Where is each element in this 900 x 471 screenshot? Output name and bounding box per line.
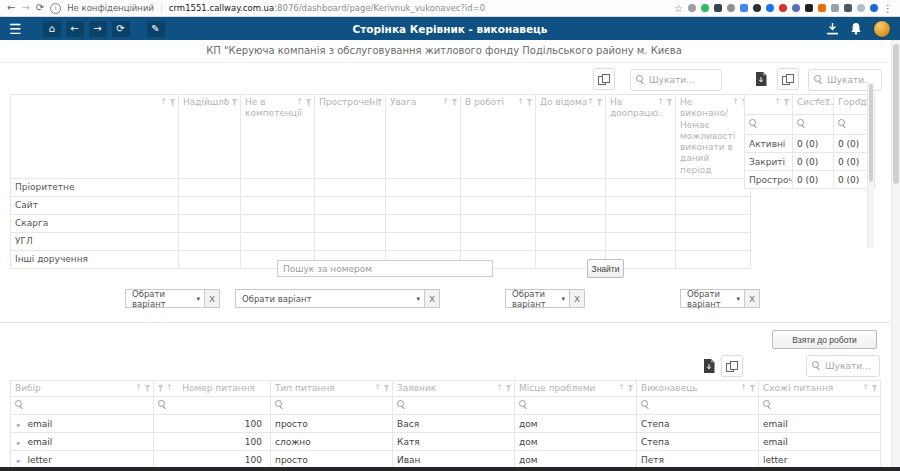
sort-icon[interactable]: ↑ <box>367 98 374 106</box>
edit-pencil-button[interactable]: ✎ <box>147 21 165 37</box>
column-header[interactable]: Увага↑ <box>386 95 461 179</box>
select-variant-dropdown[interactable]: Обрати варіант▾ <box>505 289 570 308</box>
browser-back-icon[interactable]: ← <box>7 3 15 13</box>
app-refresh-button[interactable]: ⟳ <box>112 21 130 37</box>
sort-icon[interactable]: ↑ <box>135 384 142 392</box>
sort-icon[interactable]: ↑ <box>442 98 449 106</box>
select-variant-dropdown[interactable]: Обрати варіант▾ <box>125 289 205 308</box>
browser-forward-icon[interactable]: → <box>21 3 29 13</box>
filter-cell[interactable] <box>637 397 759 415</box>
sort-icon[interactable]: ↑ <box>496 384 503 392</box>
page-scrollbar[interactable] <box>891 40 900 471</box>
expand-row-icon[interactable]: ▸ <box>17 457 21 465</box>
filter-icon[interactable] <box>627 385 634 392</box>
sort-icon[interactable]: ↑ <box>815 98 822 106</box>
sort-icon[interactable]: ↑ <box>160 98 167 106</box>
table-row[interactable]: ▸email 100 просто Вася дом Степа email <box>11 415 881 433</box>
expand-row-icon[interactable]: ▸ <box>17 421 21 429</box>
filter-icon[interactable] <box>305 99 312 106</box>
filter-cell[interactable] <box>759 397 881 415</box>
filter-cell[interactable] <box>154 397 271 415</box>
browser-extension-icon[interactable] <box>779 4 787 12</box>
export-button[interactable] <box>751 69 771 89</box>
clear-selection-button[interactable]: X <box>744 289 760 308</box>
filter-icon[interactable] <box>783 99 790 106</box>
browser-extension-icon[interactable] <box>740 4 748 12</box>
column-header[interactable]: На доопрацю..↑ <box>606 95 676 179</box>
column-header[interactable]: Заявник↑ <box>393 381 515 397</box>
browser-refresh-icon[interactable]: ⟳ <box>36 3 44 13</box>
filter-icon[interactable] <box>749 385 756 392</box>
url-text[interactable]: crm1551.callway.com.ua:8076/dashboard/pa… <box>169 3 485 13</box>
browser-extension-icon[interactable] <box>766 4 774 12</box>
app-back-button[interactable]: ← <box>66 21 84 37</box>
filter-icon[interactable] <box>376 99 383 106</box>
sort-icon[interactable]: ↑ <box>166 384 173 392</box>
column-chooser-button[interactable] <box>777 68 799 90</box>
table-row[interactable]: Сайт <box>11 196 751 214</box>
filter-cell[interactable] <box>393 397 515 415</box>
browser-extension-icon[interactable] <box>727 4 735 12</box>
sort-icon[interactable]: ↑ <box>296 98 303 106</box>
column-header[interactable]: Прострочені↑ <box>315 95 386 179</box>
take-to-work-button[interactable]: Взяти до роботи <box>772 330 877 349</box>
table-row[interactable]: Прострочені 0 (0) 0 (0) <box>745 171 875 189</box>
column-header[interactable]: Схожі питання↑ <box>759 381 881 397</box>
sort-icon[interactable]: ↑ <box>374 384 381 392</box>
column-header[interactable]: Не в компетенції↑ <box>241 95 315 179</box>
browser-extension-icon[interactable] <box>870 4 878 12</box>
column-header[interactable]: ↑Номер питання <box>154 381 271 397</box>
filter-cell[interactable] <box>515 397 637 415</box>
filter-icon[interactable] <box>383 385 390 392</box>
sort-icon[interactable]: ↑ <box>657 98 664 106</box>
column-header[interactable]: Не виконано/ Немає можливості виконати в… <box>676 95 751 179</box>
filter-cell[interactable] <box>745 115 793 135</box>
column-header[interactable]: В роботі↑ <box>461 95 536 179</box>
browser-extension-icon[interactable] <box>701 4 709 12</box>
filter-cell[interactable] <box>793 115 834 135</box>
column-header[interactable]: Вибір↑ <box>11 381 154 397</box>
number-search-input[interactable] <box>277 260 493 277</box>
table-row[interactable]: УГЛ <box>11 232 751 250</box>
expand-row-icon[interactable]: ▸ <box>17 439 21 447</box>
download-icon[interactable] <box>826 23 839 35</box>
browser-extension-icon[interactable] <box>831 4 839 12</box>
sort-icon[interactable]: ↑ <box>618 384 625 392</box>
sort-icon[interactable]: ↑ <box>740 384 747 392</box>
column-chooser-button[interactable] <box>593 68 615 90</box>
browser-menu-icon[interactable]: ⋮ <box>883 3 893 14</box>
column-header[interactable]: Виконавець↑ <box>637 381 759 397</box>
browser-extension-icon[interactable] <box>844 4 852 12</box>
clear-selection-button[interactable]: X <box>204 289 220 308</box>
user-avatar[interactable] <box>873 20 891 38</box>
browser-extension-icon[interactable] <box>688 4 696 12</box>
sort-icon[interactable]: ↑ <box>774 98 781 106</box>
filter-icon[interactable] <box>169 99 176 106</box>
column-header[interactable]: ↑ <box>11 95 179 179</box>
scrollbar-thumb[interactable] <box>893 44 899 184</box>
browser-extension-icon[interactable] <box>753 4 761 12</box>
scrollbar-thumb[interactable] <box>869 84 873 182</box>
filter-icon[interactable] <box>596 99 603 106</box>
filter-icon[interactable] <box>666 99 673 106</box>
filter-icon[interactable] <box>526 99 533 106</box>
notifications-bell-icon[interactable] <box>850 22 862 35</box>
browser-extension-icon[interactable] <box>792 4 800 12</box>
browser-extension-icon[interactable] <box>714 4 722 12</box>
sort-icon[interactable]: ↑ <box>517 98 524 106</box>
column-header[interactable]: ↑ <box>745 95 793 115</box>
find-button[interactable]: Знайти <box>587 259 624 278</box>
column-header[interactable]: Надійшло↑ <box>179 95 241 179</box>
table-row[interactable]: ▸email 100 сложно Катя дом Степа email <box>11 433 881 451</box>
filter-icon[interactable] <box>451 99 458 106</box>
filter-cell[interactable] <box>11 397 154 415</box>
filter-icon[interactable] <box>157 385 164 392</box>
column-header[interactable]: Систе...↑ <box>793 95 834 115</box>
clear-selection-button[interactable]: X <box>424 289 440 308</box>
sort-icon[interactable]: ↑ <box>222 98 229 106</box>
table-row[interactable]: Скарга <box>11 214 751 232</box>
column-chooser-button[interactable] <box>721 355 743 377</box>
column-header[interactable]: Місце проблеми↑ <box>515 381 637 397</box>
clear-selection-button[interactable]: X <box>569 289 585 308</box>
browser-extension-icon[interactable] <box>857 4 865 12</box>
